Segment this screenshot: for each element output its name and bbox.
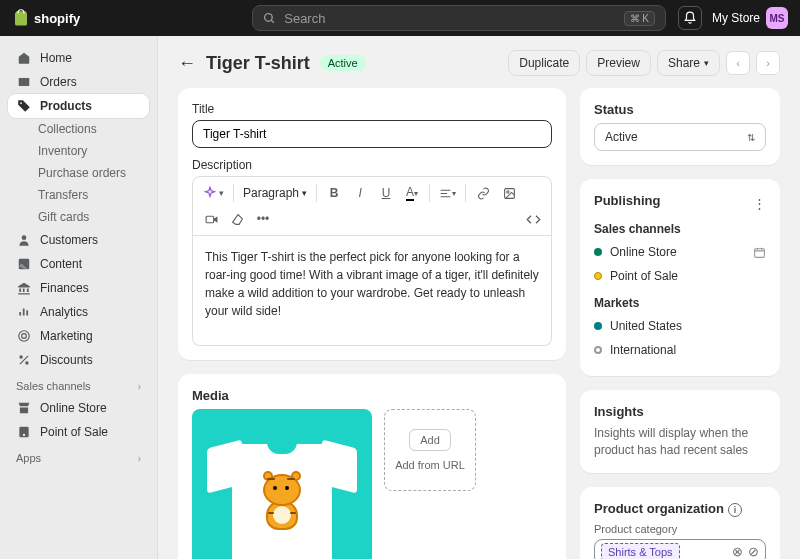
sidebar-item-finances[interactable]: Finances <box>8 276 149 300</box>
ai-suggest-button[interactable]: ▾ <box>199 181 228 205</box>
chevron-down-icon: ▾ <box>704 58 709 68</box>
preview-button[interactable]: Preview <box>586 50 651 76</box>
status-dot-pending-icon <box>594 272 602 280</box>
sidebar-item-label: Content <box>40 257 82 271</box>
sidebar-sub-gift-cards[interactable]: Gift cards <box>8 206 149 228</box>
sidebar-item-content[interactable]: Content <box>8 252 149 276</box>
target-icon <box>16 329 32 343</box>
sidebar-item-home[interactable]: Home <box>8 46 149 70</box>
sidebar-item-customers[interactable]: Customers <box>8 228 149 252</box>
media-thumbnail[interactable] <box>192 409 372 559</box>
category-chip[interactable]: Shirts & Tops <box>601 543 680 559</box>
title-input[interactable] <box>192 120 552 148</box>
sidebar-item-discounts[interactable]: Discounts <box>8 348 149 372</box>
percent-icon <box>16 353 32 367</box>
shopify-logo[interactable]: shopify <box>12 9 80 27</box>
apps-heading[interactable]: Apps› <box>8 444 149 468</box>
info-icon[interactable]: i <box>728 503 742 517</box>
add-media-button[interactable]: Add <box>409 429 451 451</box>
link-icon <box>477 187 490 200</box>
pos-icon <box>16 425 32 439</box>
align-button[interactable]: ▾ <box>435 181 460 205</box>
block-style-select[interactable]: Paragraph ▾ <box>239 184 311 202</box>
sidebar-sub-transfers[interactable]: Transfers <box>8 184 149 206</box>
sidebar-item-label: Marketing <box>40 329 93 343</box>
calendar-icon[interactable] <box>753 246 766 259</box>
page-header: ← Tiger T-shirt Active Duplicate Preview… <box>178 50 780 76</box>
search-input[interactable]: Search ⌘ K <box>252 5 666 31</box>
title-label: Title <box>192 102 552 116</box>
publishing-heading: Publishing <box>594 193 660 208</box>
back-button[interactable]: ← <box>178 53 196 74</box>
status-select[interactable]: Active ⇅ <box>594 123 766 151</box>
sidebar-item-marketing[interactable]: Marketing <box>8 324 149 348</box>
next-product-button[interactable]: › <box>756 51 780 75</box>
svg-point-0 <box>265 13 273 21</box>
sidebar-channel-pos[interactable]: Point of Sale <box>8 420 149 444</box>
sidebar-item-label: Orders <box>40 75 77 89</box>
category-label: Product category <box>594 523 766 535</box>
page-title: Tiger T-shirt <box>206 53 310 74</box>
underline-button[interactable]: U <box>374 181 398 205</box>
select-handle-icon: ⇅ <box>747 132 755 143</box>
store-icon <box>16 401 32 415</box>
sidebar-sub-purchase-orders[interactable]: Purchase orders <box>8 162 149 184</box>
publishing-more-button[interactable]: ⋮ <box>753 196 766 211</box>
duplicate-button[interactable]: Duplicate <box>508 50 580 76</box>
store-name: My Store <box>712 11 760 25</box>
bank-icon <box>16 281 32 295</box>
prev-product-button[interactable]: ‹ <box>726 51 750 75</box>
code-view-button[interactable] <box>521 207 545 231</box>
share-button[interactable]: Share ▾ <box>657 50 720 76</box>
bold-button[interactable]: B <box>322 181 346 205</box>
media-upload-zone[interactable]: Add Add from URL <box>384 409 476 491</box>
store-menu-button[interactable]: My Store MS <box>712 7 788 29</box>
svg-point-9 <box>23 434 25 436</box>
sidebar-item-analytics[interactable]: Analytics <box>8 300 149 324</box>
svg-point-5 <box>22 334 27 339</box>
video-icon <box>205 213 218 226</box>
sidebar-sub-collections[interactable]: Collections <box>8 118 149 140</box>
clear-format-button[interactable] <box>225 207 249 231</box>
shopify-bag-icon <box>12 9 30 27</box>
sidebar-channel-online-store[interactable]: Online Store <box>8 396 149 420</box>
sidebar-item-label: Products <box>40 99 92 113</box>
main-content: ← Tiger T-shirt Active Duplicate Preview… <box>158 36 800 559</box>
svg-rect-13 <box>755 248 765 257</box>
video-button[interactable] <box>199 207 223 231</box>
category-input[interactable]: Shirts & Tops ⊗ ⊘ <box>594 539 766 559</box>
align-icon <box>439 187 452 200</box>
sidebar-item-products[interactable]: Products <box>8 94 149 118</box>
italic-button[interactable]: I <box>348 181 372 205</box>
text-color-button[interactable]: A ▾ <box>400 181 424 205</box>
description-editor[interactable]: This Tiger T-shirt is the perfect pick f… <box>192 236 552 346</box>
channel-pos: Point of Sale <box>594 264 766 288</box>
market-us: United States <box>594 314 766 338</box>
sidebar-item-label: Online Store <box>40 401 107 415</box>
link-button[interactable] <box>471 181 495 205</box>
status-dot-active-icon <box>594 248 602 256</box>
sidebar-sub-inventory[interactable]: Inventory <box>8 140 149 162</box>
svg-point-1 <box>20 102 22 104</box>
clear-category-button[interactable]: ⊗ <box>732 544 743 559</box>
person-icon <box>16 233 32 247</box>
svg-point-11 <box>506 190 508 192</box>
image-button[interactable] <box>497 181 521 205</box>
notifications-button[interactable] <box>678 6 702 30</box>
chevron-right-icon: › <box>138 381 141 392</box>
sidebar-item-orders[interactable]: Orders <box>8 70 149 94</box>
channel-online-store: Online Store <box>594 240 766 264</box>
add-from-url-link[interactable]: Add from URL <box>395 459 465 471</box>
sales-channels-heading[interactable]: Sales channels› <box>8 372 149 396</box>
svg-point-2 <box>22 235 27 240</box>
confirm-category-button[interactable]: ⊘ <box>748 544 759 559</box>
tag-icon <box>16 99 32 113</box>
status-heading: Status <box>594 102 766 117</box>
topbar: shopify Search ⌘ K My Store MS <box>0 0 800 36</box>
sidebar-item-label: Analytics <box>40 305 88 319</box>
svg-point-6 <box>19 355 23 359</box>
sidebar-item-label: Point of Sale <box>40 425 108 439</box>
insights-card: Insights Insights will display when the … <box>580 390 780 473</box>
sidebar-item-label: Home <box>40 51 72 65</box>
more-formatting-button[interactable]: ••• <box>251 207 275 231</box>
